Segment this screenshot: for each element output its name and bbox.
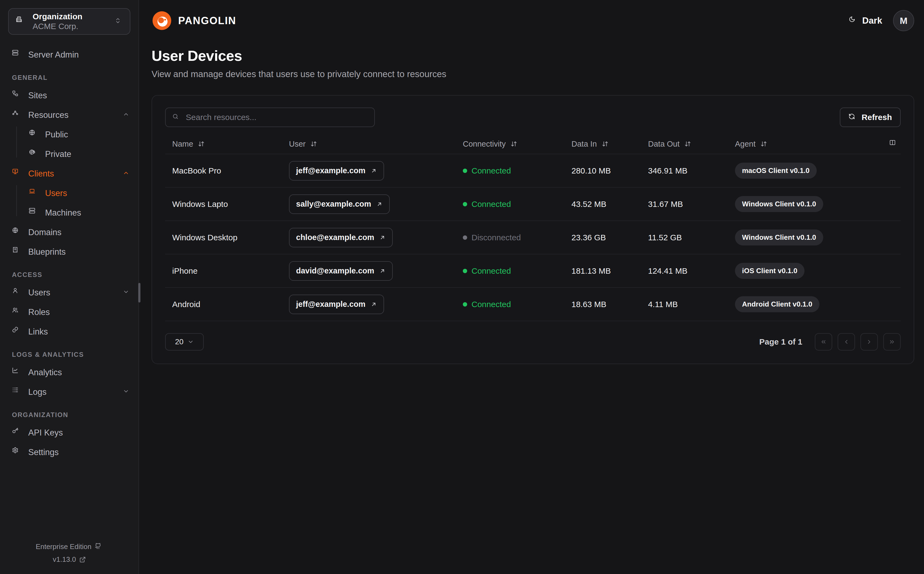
page-head: User Devices View and manage devices tha… <box>151 47 914 79</box>
column-header-agent[interactable]: Agent <box>728 140 858 148</box>
sidebar-item-logs[interactable]: Logs <box>12 385 131 399</box>
topbar-right: Dark M <box>849 10 914 31</box>
chevron-down-icon <box>123 388 131 396</box>
last-page-button[interactable] <box>883 333 900 350</box>
sidebar-item-links[interactable]: Links <box>12 325 131 339</box>
globe-lock-icon <box>29 149 39 160</box>
column-header-data-out[interactable]: Data Out <box>641 140 728 148</box>
column-header-user[interactable]: User <box>282 140 456 148</box>
avatar[interactable]: M <box>893 10 914 31</box>
version-label: v1.13.0 <box>53 555 76 564</box>
sidebar-item-users[interactable]: Users <box>12 285 131 300</box>
section-label-access: ACCESS <box>12 271 131 279</box>
status-dot <box>463 302 467 306</box>
sort-icon <box>760 140 767 147</box>
data-out-value: 124.41 MB <box>641 266 728 276</box>
pangolin-logo-icon <box>151 10 172 31</box>
sidebar-item-settings[interactable]: Settings <box>12 445 131 459</box>
user-link-button[interactable]: jeff@example.com <box>289 161 384 181</box>
sidebar-item-label: Logs <box>28 387 46 397</box>
data-out-value: 31.67 MB <box>641 200 728 209</box>
brand[interactable]: PANGOLIN <box>151 10 236 31</box>
org-selector[interactable]: Organization ACME Corp. <box>8 8 130 35</box>
prev-page-button[interactable] <box>837 333 855 350</box>
column-header-name[interactable]: Name <box>165 140 282 148</box>
server-icon <box>12 49 23 60</box>
user-link-button[interactable]: jeff@example.com <box>289 295 384 314</box>
page-size-select[interactable]: 20 <box>165 333 204 350</box>
theme-toggle[interactable]: Dark <box>849 16 882 26</box>
sidebar-item-api-keys[interactable]: API Keys <box>12 426 131 440</box>
refresh-button[interactable]: Refresh <box>840 107 900 127</box>
data-out-value: 11.52 GB <box>641 233 728 242</box>
page-label: Page 1 of 1 <box>759 337 802 347</box>
sidebar-footer: Enterprise Edition v1.13.0 <box>0 533 139 574</box>
user-link-button[interactable]: david@example.com <box>289 261 393 281</box>
user-link-button[interactable]: chloe@example.com <box>289 228 393 248</box>
sidebar-item-public[interactable]: Public <box>29 128 131 142</box>
search-input[interactable] <box>185 112 368 122</box>
chevrons-right-icon <box>889 339 895 345</box>
data-in-value: 280.10 MB <box>564 166 641 175</box>
sidebar-item-server-admin[interactable]: Server Admin <box>12 48 131 62</box>
brand-name: PANGOLIN <box>178 15 236 27</box>
data-in-value: 23.36 GB <box>564 233 641 242</box>
sidebar-item-machines[interactable]: Machines <box>29 206 131 220</box>
page-subtitle: View and manage devices that users use t… <box>151 69 914 79</box>
section-label-general: GENERAL <box>12 74 131 82</box>
search-icon <box>172 113 180 121</box>
theme-toggle-label: Dark <box>863 16 882 26</box>
sidebar-item-roles[interactable]: Roles <box>12 305 131 319</box>
agent-badge: iOS Client v0.1.0 <box>735 263 804 279</box>
sidebar-item-blueprints[interactable]: Blueprints <box>12 245 131 259</box>
device-name: iPhone <box>165 266 282 276</box>
table-row: MacBook Pro jeff@example.com Connected <box>165 154 900 188</box>
sidebar: Organization ACME Corp. Server Admin GEN… <box>0 0 139 574</box>
sidebar-item-analytics[interactable]: Analytics <box>12 366 131 380</box>
sidebar-item-clients[interactable]: Clients <box>12 167 131 181</box>
version-line[interactable]: v1.13.0 <box>0 555 139 564</box>
status-badge: Connected <box>463 266 511 276</box>
columns-icon[interactable] <box>889 139 899 148</box>
sidebar-item-label: Roles <box>28 308 50 317</box>
sidebar-resize-handle[interactable] <box>138 283 140 303</box>
sidebar-item-client-users[interactable]: Users <box>29 186 131 200</box>
data-out-value: 4.11 MB <box>641 300 728 309</box>
sidebar-nav: Server Admin GENERAL Sites Resources Pub… <box>0 35 139 533</box>
devices-table: Name User Connectivity Data In <box>165 134 900 321</box>
user-icon <box>12 287 23 298</box>
user-link-button[interactable]: sally@example.com <box>289 194 390 214</box>
sidebar-item-sites[interactable]: Sites <box>12 88 131 102</box>
receipt-icon <box>12 246 23 257</box>
key-icon <box>12 427 23 438</box>
org-selector-value: ACME Corp. <box>33 22 82 31</box>
sidebar-item-resources[interactable]: Resources <box>12 108 131 122</box>
topbar: PANGOLIN Dark M <box>151 0 914 41</box>
agent-badge: Android Client v0.1.0 <box>735 296 820 312</box>
sort-icon <box>602 140 609 147</box>
org-selector-label: Organization <box>33 12 82 22</box>
sidebar-item-label: Resources <box>28 110 68 120</box>
sidebar-item-label: API Keys <box>28 428 63 438</box>
edition-label: Enterprise Edition <box>36 542 91 551</box>
status-badge: Connected <box>463 300 511 309</box>
sidebar-item-label: Users <box>45 188 67 198</box>
device-name: MacBook Pro <box>165 166 282 175</box>
sidebar-item-private[interactable]: Private <box>29 147 131 161</box>
resources-subgroup: Public Private <box>16 128 131 161</box>
first-page-button[interactable] <box>815 333 832 350</box>
next-page-button[interactable] <box>861 333 878 350</box>
app-window: Organization ACME Corp. Server Admin GEN… <box>0 0 924 574</box>
section-label-logs-analytics: LOGS & ANALYTICS <box>12 351 131 358</box>
status-dot <box>463 202 467 207</box>
sidebar-item-label: Public <box>45 130 68 140</box>
column-header-data-in[interactable]: Data In <box>564 140 641 148</box>
column-header-connectivity[interactable]: Connectivity <box>456 140 564 148</box>
sidebar-item-label: Domains <box>28 227 61 237</box>
pager: Page 1 of 1 <box>759 333 900 350</box>
clients-subgroup: Users Machines <box>16 186 131 220</box>
arrow-up-right-icon <box>379 268 386 274</box>
data-in-value: 43.52 MB <box>564 200 641 209</box>
edition-line[interactable]: Enterprise Edition <box>0 542 139 551</box>
sidebar-item-domains[interactable]: Domains <box>12 226 131 240</box>
